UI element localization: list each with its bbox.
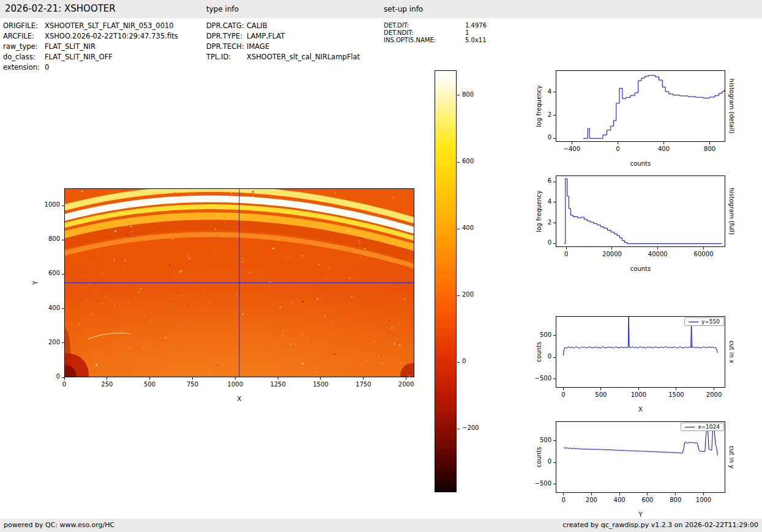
y-tick	[62, 274, 64, 275]
plot-border	[556, 176, 725, 247]
x-tick-label: −400	[555, 146, 589, 152]
y-tick	[553, 202, 556, 202]
y-tick	[553, 484, 556, 484]
x-tick	[638, 388, 639, 390]
plot-legend: y=550	[684, 317, 724, 326]
cut-in-x-canvas	[556, 316, 725, 388]
legend-label: y=550	[701, 319, 720, 325]
x-tick-label: 0	[47, 381, 81, 388]
metadata-value: 1.4976	[465, 22, 487, 29]
legend-line-sample	[689, 322, 698, 322]
x-tick-label: 1250	[261, 381, 295, 388]
x-tick	[709, 142, 710, 144]
detector-image-canvas	[64, 188, 414, 377]
detector-image-plot: 0250500750100012501500175020000200400600…	[64, 188, 414, 377]
y-tick	[553, 462, 556, 463]
metadata-label: TPL.ID:	[206, 52, 247, 62]
x-tick-label: 1500	[304, 381, 338, 388]
x-tick-label: 60000	[686, 251, 720, 257]
y-tick	[553, 335, 556, 336]
plot-side-label: cut in y	[727, 417, 735, 497]
x-tick-label: 1000	[218, 381, 252, 388]
x-tick	[714, 388, 714, 390]
x-tick	[619, 493, 620, 495]
y-tick	[553, 92, 556, 92]
plot-side-label: histogram (full)	[727, 171, 735, 251]
x-tick	[278, 377, 278, 380]
x-tick	[647, 493, 648, 495]
x-tick-label: 800	[693, 146, 727, 152]
x-tick	[363, 377, 364, 380]
histogram-detail-plot: −4000400800024countslog frequencyhistogr…	[556, 70, 725, 142]
type-info-block: DPR.CATG:CALIBDPR.TYPE:LAMP,FLATDPR.TECH…	[206, 21, 360, 62]
y-tick	[553, 440, 556, 441]
colorbar-tick-label: −200	[462, 424, 489, 431]
x-tick-label: 500	[584, 391, 618, 398]
colorbar-tick-label: 800	[462, 91, 489, 98]
x-tick-label: 750	[175, 381, 209, 388]
x-tick	[563, 493, 564, 495]
y-tick	[553, 357, 556, 358]
y-tick-label: 0	[34, 373, 60, 380]
metadata-label: DPR.CATG:	[206, 21, 247, 31]
footer-bar: powered by QC: www.eso.org/HC created by…	[0, 519, 762, 532]
x-tick-label: 1750	[346, 381, 381, 388]
metadata-label: extension:	[3, 62, 45, 73]
metadata-label: DET.DIT:	[384, 22, 465, 29]
x-axis-label: X	[212, 396, 267, 402]
x-tick-label: 1500	[659, 391, 693, 398]
x-tick	[320, 377, 321, 380]
x-tick	[406, 377, 406, 380]
y-tick-label: 800	[34, 235, 60, 242]
x-tick	[657, 247, 658, 249]
qc-report-page: 2026-02-21: XSHOOTER type info set-up in…	[0, 0, 762, 532]
y-tick	[62, 342, 64, 343]
metadata-value: XSHOOTER_slt_cal_NIRLampFlat	[247, 52, 360, 62]
x-tick	[600, 388, 601, 390]
legend-label: x=1024	[698, 424, 720, 430]
metadata-row: INS.OPTI5.NAME:5.0x11	[384, 37, 487, 44]
x-axis-label: counts	[613, 160, 668, 167]
legend-line-sample	[685, 427, 695, 427]
y-axis-label: log frequency	[536, 174, 543, 248]
histogram-detail-canvas	[556, 70, 725, 142]
cut-in-y-canvas	[556, 421, 725, 493]
colorbar-tick-label: 0	[462, 358, 489, 364]
x-tick-label: 250	[90, 381, 124, 388]
y-tick	[62, 205, 64, 206]
metadata-row: DET.NDIT:1	[384, 29, 487, 37]
metadata-row: raw_type:FLAT_SLIT_NIR	[3, 42, 178, 52]
x-tick-label: 1000	[687, 497, 721, 503]
x-tick	[663, 142, 664, 144]
y-tick	[553, 243, 556, 244]
plot-border	[556, 71, 725, 142]
y-tick	[553, 223, 556, 223]
cut-in-y-plot: 02004006008001000−5000500Ycountscut in y…	[556, 421, 725, 493]
x-tick	[64, 377, 65, 380]
y-axis-label: Y	[32, 246, 40, 319]
metadata-label: DET.NDIT:	[384, 29, 465, 37]
metadata-row: TPL.ID:XSHOOTER_slt_cal_NIRLampFlat	[206, 52, 360, 62]
x-tick-label: 20000	[595, 251, 629, 257]
metadata-row: DET.DIT:1.4976	[384, 22, 487, 29]
footer-powered-by: powered by QC: www.eso.org/HC	[4, 519, 114, 532]
metadata-value: 1	[465, 29, 469, 37]
metadata-row: extension:0	[3, 62, 178, 73]
y-tick	[553, 138, 556, 139]
x-tick	[703, 493, 704, 495]
footer-created-by: created by qc_rawdisp.py v1.2.3 on 2026-…	[562, 519, 758, 532]
x-tick	[572, 142, 572, 144]
x-tick	[703, 247, 704, 249]
x-axis-label: X	[613, 406, 668, 413]
x-axis-label: Y	[613, 511, 668, 518]
x-tick-label: 40000	[641, 251, 675, 257]
plot-legend: x=1024	[681, 423, 724, 431]
x-tick	[106, 377, 107, 380]
type-info-heading: type info	[206, 5, 239, 13]
metadata-value: IMAGE	[247, 42, 269, 52]
x-axis-label: counts	[613, 265, 668, 272]
y-tick-label: 1000	[34, 201, 60, 208]
metadata-row: DPR.CATG:CALIB	[206, 21, 360, 31]
x-tick	[591, 493, 592, 495]
file-info-block: ORIGFILE:XSHOOTER_SLT_FLAT_NIR_053_0010A…	[3, 21, 178, 73]
